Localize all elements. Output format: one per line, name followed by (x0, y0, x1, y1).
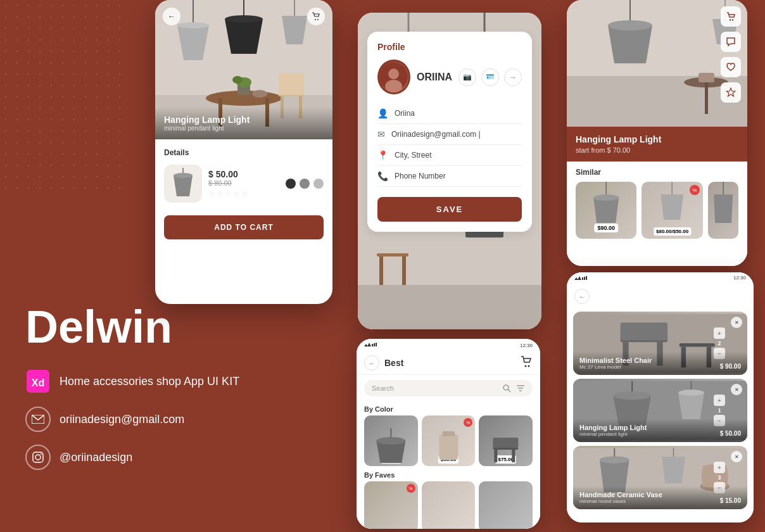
svg-rect-90 (584, 277, 585, 280)
faves-item-1[interactable]: % (364, 481, 418, 529)
product-card-1: ✕ + 2 − Minimalist Steel Chair Mc 27 Lev… (573, 312, 747, 375)
search-icon-p4 (502, 384, 511, 393)
svg-marker-65 (714, 194, 733, 223)
svg-marker-30 (174, 175, 193, 196)
original-price: $ 80.00 (208, 179, 279, 187)
svg-rect-40 (377, 253, 408, 256)
name-field: 👤 Oriina (377, 103, 522, 124)
product-name-1: Minimalist Steel Chair (579, 357, 741, 364)
faves-item-3[interactable] (479, 481, 533, 529)
svg-marker-112 (662, 457, 685, 483)
similar-item-1[interactable]: $90.00 (576, 182, 636, 239)
faves-item-2[interactable] (422, 481, 476, 529)
back-btn-p5[interactable]: ← (574, 289, 590, 304)
svg-point-45 (385, 80, 402, 92)
by-color-label: By Color (357, 402, 540, 415)
filter-icon-p4 (516, 384, 525, 393)
color-items-row: $90.00 % $50.00 $75.0 (357, 415, 540, 466)
background-dots (0, 0, 127, 190)
chat-side-icon[interactable] (721, 32, 741, 52)
svg-rect-91 (586, 276, 587, 280)
avatar-row: ORIINA 📷 🪪 → (377, 60, 522, 94)
color-mid[interactable] (300, 179, 310, 189)
svg-point-80 (376, 437, 405, 445)
product-view-bg: Hanging Lamp Light start from $ 70.00 Si… (567, 0, 747, 266)
svg-point-27 (315, 19, 316, 20)
star-4: ☆ (233, 189, 240, 198)
status-icons-p5 (574, 275, 587, 282)
cart-list-bg: 12:30 ← ✕ + 2 − (567, 272, 754, 522)
search-bar[interactable]: Search (364, 380, 533, 396)
svg-point-57 (730, 19, 731, 20)
person-icon: 👤 (377, 108, 388, 118)
similar-item-2[interactable]: % $80.00/$50.00 (642, 182, 702, 239)
phone-field: 📞 Phone Number (377, 166, 522, 187)
color-dark[interactable] (286, 179, 296, 189)
svg-point-110 (600, 456, 629, 463)
svg-point-21 (232, 76, 243, 84)
back-button[interactable]: ← (163, 8, 180, 25)
heart-side-icon[interactable] (721, 57, 741, 77)
plus-btn-3[interactable]: + (714, 462, 725, 473)
close-btn-3[interactable]: ✕ (731, 451, 742, 462)
star-side-icon[interactable] (721, 82, 741, 103)
xd-icon: Xd (25, 369, 51, 394)
svg-point-73 (503, 385, 509, 390)
star-2: ☆ (217, 189, 224, 198)
color-item-3[interactable]: $75.00 (479, 415, 533, 466)
status-time-p4 (364, 341, 377, 349)
faves-discount: % (407, 484, 415, 493)
product-hero (567, 0, 747, 127)
svg-rect-97 (680, 343, 715, 347)
svg-point-5 (41, 453, 42, 455)
similar-label: Similar (567, 162, 747, 182)
instagram-icon (25, 445, 51, 470)
save-button[interactable]: SAVE (377, 197, 522, 222)
email-text: oriinadesign@gmail.com (60, 413, 184, 426)
cart-header: ← (567, 285, 754, 308)
svg-rect-84 (495, 450, 498, 462)
profile-label: Profile (377, 42, 522, 52)
cart-icon-p4[interactable] (520, 355, 533, 370)
color-item-2[interactable]: % $50.00 (422, 415, 476, 466)
similar-item-3[interactable] (708, 182, 738, 239)
product-price-1: $ 90.00 (720, 363, 741, 370)
status-bar-p5: 12:30 (567, 272, 754, 285)
close-btn-1[interactable]: ✕ (731, 317, 742, 328)
time-display-p4: 12:30 (520, 343, 533, 348)
svg-point-71 (525, 365, 527, 367)
name-value[interactable]: Oriina (395, 109, 522, 118)
add-to-cart-button[interactable]: ADD TO CART (164, 215, 324, 239)
product-detail-body: Details $ 50.00 $ 80.00 ☆ ☆ ☆ ☆ ☆ (155, 139, 332, 248)
profile-card: Profile ORIINA 📷 🪪 → 👤 (367, 32, 532, 232)
cart-button-phone1[interactable] (307, 8, 325, 25)
tagline-text: Home accessories shop App UI KIT (60, 375, 239, 388)
svg-line-74 (508, 390, 510, 392)
phone-value[interactable]: Phone Number (395, 172, 522, 180)
close-btn-2[interactable]: ✕ (731, 384, 742, 395)
color-item-1[interactable]: $90.00 (364, 415, 418, 466)
svg-rect-96 (621, 322, 668, 340)
svg-text:Xd: Xd (32, 377, 44, 388)
svg-marker-63 (661, 194, 684, 220)
brand-title: Delwin (25, 304, 239, 350)
id-edit-icon[interactable]: 🪪 (481, 68, 499, 86)
city-value[interactable]: City, Street (395, 151, 522, 160)
svg-point-4 (35, 455, 41, 460)
back-btn-p4[interactable]: ← (364, 355, 379, 370)
svg-marker-66 (364, 344, 368, 346)
plus-btn-2[interactable]: + (714, 395, 725, 406)
svg-rect-70 (376, 343, 377, 346)
logout-icon[interactable]: → (504, 68, 522, 86)
similar-price-1: $90.00 (594, 224, 618, 232)
email-value[interactable]: Oriinadesign@gmail.com | (391, 130, 522, 139)
current-price: $ 50.00 (208, 169, 279, 179)
camera-edit-icon[interactable]: 📷 (458, 68, 476, 86)
svg-marker-60 (593, 198, 619, 223)
instagram-text: @oriinadesign (60, 451, 132, 464)
cart-side-icon[interactable] (721, 6, 741, 27)
svg-point-106 (678, 390, 704, 395)
color-light[interactable] (313, 179, 324, 189)
profile-background: Profile ORIINA 📷 🪪 → 👤 (358, 13, 541, 329)
plus-btn-1[interactable]: + (714, 327, 725, 339)
